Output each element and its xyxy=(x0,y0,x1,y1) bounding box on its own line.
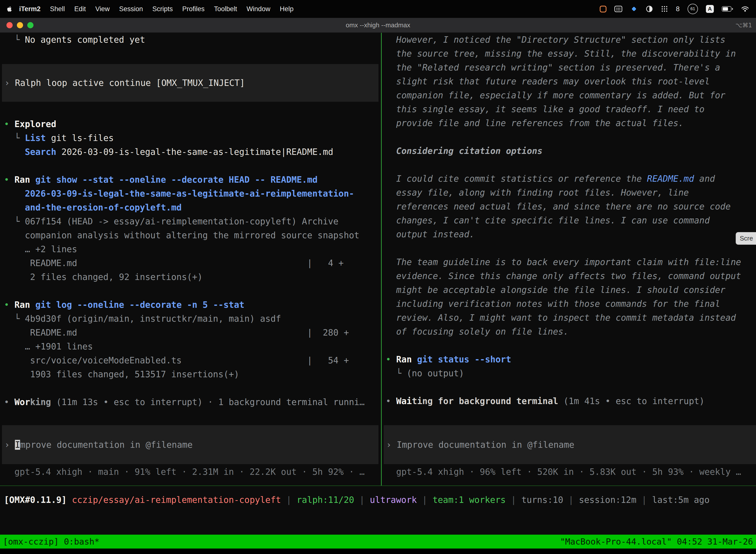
text-segment: › xyxy=(4,78,15,88)
text-segment: output instead. xyxy=(386,229,475,239)
text-segment: this single essay, it seems like a good … xyxy=(386,104,704,114)
text-segment: might be acceptable alongside the file l… xyxy=(386,285,726,295)
tmux-session-window[interactable]: [omx-cczip] 0:bash* xyxy=(3,535,100,549)
menu-profiles[interactable]: Profiles xyxy=(178,5,209,13)
left-pane-content: └ No agents completed yet › Ralph loop a… xyxy=(0,33,381,409)
menu-iterm2[interactable]: iTerm2 xyxy=(14,5,45,13)
battery-icon[interactable] xyxy=(722,6,733,12)
model-status-right: gpt-5.4 xhigh · 96% left · 520K in · 5.8… xyxy=(386,465,756,479)
terminal-line: this single essay, it seems like a good … xyxy=(386,102,756,116)
text-segment: Ralph loop active continue [OMX_TMUX_INJ… xyxy=(15,78,245,88)
window-title: omx --xhigh --madmax xyxy=(0,21,756,29)
tmux-status-bar: [omx-cczip] 0:bash* "MacBook-Pro-44.loca… xyxy=(0,535,756,549)
battery-gauge-icon[interactable]: 61 xyxy=(688,4,698,14)
terminal-line: … +1901 lines xyxy=(4,340,381,353)
text-segment: | xyxy=(354,495,370,505)
terminal-line: └ (no output) xyxy=(386,366,756,380)
tmux-panes: └ No agents completed yet › Ralph loop a… xyxy=(0,33,756,486)
terminal-line: • Ran git show --stat --oneline --decora… xyxy=(4,173,381,187)
terminal-line: However, I noticed the "Directory Struct… xyxy=(386,33,756,47)
minimize-window-button[interactable] xyxy=(17,22,23,28)
screen-record-icon[interactable] xyxy=(600,6,607,12)
text-segment: Search xyxy=(25,147,56,157)
menu-view[interactable]: View xyxy=(90,5,114,13)
terminal-line: … +2 lines xyxy=(4,242,381,256)
wifi-icon[interactable] xyxy=(741,6,749,12)
terminal-line xyxy=(4,284,381,298)
window-titlebar[interactable]: omx --xhigh --madmax ⌥⌘1 xyxy=(0,18,756,33)
text-segment: (1m 41s • esc to interrupt) xyxy=(558,396,704,406)
text-segment: companion analysis without altering the … xyxy=(4,230,359,240)
screen-share-overlay[interactable]: Scre xyxy=(736,232,756,245)
dots-grid-icon[interactable] xyxy=(661,5,668,12)
raycast-icon[interactable] xyxy=(630,5,638,13)
right-terminal-pane[interactable]: However, I noticed the "Directory Struct… xyxy=(382,33,756,486)
text-segment: team:1 workers xyxy=(433,495,506,505)
prompt-input-right[interactable]: › Improve documentation in @filename xyxy=(384,425,756,464)
menu-scripts[interactable]: Scripts xyxy=(147,5,178,13)
text-segment: git status --short xyxy=(412,354,511,365)
input-source-icon[interactable]: A xyxy=(706,5,714,13)
window-shortcut-badge: ⌥⌘1 xyxy=(736,22,756,29)
text-segment: README.md | 280 + xyxy=(4,328,349,338)
menu-shell[interactable]: Shell xyxy=(45,5,70,13)
text-segment: Ran xyxy=(14,175,30,185)
text-segment: › Improve documentation in @filename xyxy=(386,440,574,450)
text-segment: Ran xyxy=(396,354,412,365)
terminal-line: might be acceptable alongside the file l… xyxy=(386,283,756,297)
terminal-line xyxy=(386,130,756,144)
terminal-line: review. Also, I might want to inspect th… xyxy=(386,311,756,325)
text-segment: king xyxy=(30,397,51,407)
terminal-line xyxy=(386,241,756,255)
terminal-line: 2026-03-09-is-legal-the-same-as-legitima… xyxy=(4,187,381,201)
text-segment: | xyxy=(563,495,579,505)
model-status-left: gpt-5.4 xhigh · main · 91% left · 2.31M … xyxy=(4,465,381,479)
display-grid-icon[interactable] xyxy=(614,6,622,12)
right-pane-content: However, I noticed the "Directory Struct… xyxy=(382,33,756,408)
text-segment: • xyxy=(386,396,396,406)
terminal-line: companion file, especially if more comme… xyxy=(386,88,756,102)
terminal-line: 2 files changed, 92 insertions(+) xyxy=(4,270,381,284)
terminal-line: └ 067f154 (HEAD -> essay/ai-reimplementa… xyxy=(4,214,381,228)
menu-session[interactable]: Session xyxy=(114,5,147,13)
text-segment: mprove documentation in @filename xyxy=(20,440,192,450)
text-segment: [OMX#0.11.9] xyxy=(4,495,72,505)
menu-edit[interactable]: Edit xyxy=(70,5,91,13)
text-segment: Ran xyxy=(14,300,30,310)
terminal-line xyxy=(386,339,756,352)
keycap-8-icon[interactable]: 8 xyxy=(676,5,680,13)
terminal-line: the source tree, missing the essay. Stil… xyxy=(386,47,756,61)
text-segment: • xyxy=(386,354,396,365)
terminal-line: The team guideline is to back every impo… xyxy=(386,255,756,269)
terminal-line: README.md | 280 + xyxy=(4,326,381,340)
terminal-line: └ 4b9d30f (origin/main, instructkr/main,… xyxy=(4,312,381,326)
text-segment: Wai xyxy=(396,396,412,406)
terminal-line: • Ran git log --oneline --decorate -n 5 … xyxy=(4,298,381,312)
left-terminal-pane[interactable]: └ No agents completed yet › Ralph loop a… xyxy=(0,33,381,486)
terminal-line: • Waiting for background terminal (1m 41… xyxy=(386,394,756,408)
apple-menu-icon[interactable] xyxy=(7,6,12,12)
text-segment: | xyxy=(506,495,521,505)
tmux-host-clock: "MacBook-Pro-44.local" 04:52 31-Mar-26 xyxy=(560,535,753,549)
text-segment: git log --oneline --decorate -n 5 --stat xyxy=(30,300,244,310)
text-segment: and xyxy=(694,174,715,184)
text-segment: The team guideline is to back every impo… xyxy=(386,257,741,267)
menu-toolbelt[interactable]: Toolbelt xyxy=(209,5,242,13)
terminal-line: essay file, along with finding root file… xyxy=(386,186,756,200)
close-window-button[interactable] xyxy=(6,22,13,28)
traffic-lights xyxy=(0,22,34,28)
zoom-window-button[interactable] xyxy=(27,22,34,28)
text-segment: including verification notes with those … xyxy=(386,299,720,309)
menu-help[interactable]: Help xyxy=(275,5,298,13)
menu-window[interactable]: Window xyxy=(242,5,275,13)
text-segment: • xyxy=(4,397,14,407)
text-segment: essay file, along with finding root file… xyxy=(386,188,689,198)
terminal-line xyxy=(4,159,381,173)
text-segment: … +2 lines xyxy=(4,244,77,254)
prompt-input-left[interactable]: › Improve documentation in @filename xyxy=(2,425,378,464)
half-circle-icon[interactable] xyxy=(646,5,653,13)
text-segment: 2026-03-09-is-legal-the-same-as-legitima… xyxy=(56,147,333,157)
text-segment: review. Also, I might want to inspect th… xyxy=(386,313,736,323)
text-segment: └ 067f154 (HEAD -> essay/ai-reimplementa… xyxy=(4,216,338,226)
ralph-loop-text: › Ralph loop active continue [OMX_TMUX_I… xyxy=(4,76,245,90)
